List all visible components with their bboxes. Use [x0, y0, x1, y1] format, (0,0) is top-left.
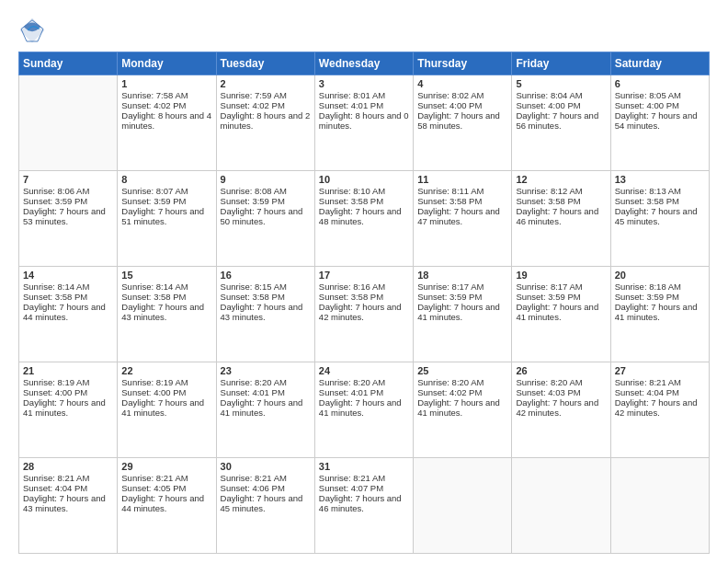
calendar-cell: 10Sunrise: 8:10 AMSunset: 3:58 PMDayligh…: [314, 171, 413, 267]
calendar-cell: 8Sunrise: 8:07 AMSunset: 3:59 PMDaylight…: [118, 171, 216, 267]
day-number: 2: [221, 78, 311, 89]
sunset-text: Sunset: 4:02 PM: [221, 100, 311, 110]
calendar-cell: 1Sunrise: 7:58 AMSunset: 4:02 PMDaylight…: [118, 75, 216, 171]
day-number: 18: [417, 270, 507, 281]
sunset-text: Sunset: 4:00 PM: [23, 387, 113, 397]
sunrise-text: Sunrise: 8:16 AM: [319, 282, 409, 292]
calendar-cell: 20Sunrise: 8:18 AMSunset: 3:59 PMDayligh…: [610, 267, 709, 362]
sunrise-text: Sunrise: 8:04 AM: [516, 90, 606, 100]
week-row-4: 28Sunrise: 8:21 AMSunset: 4:04 PMDayligh…: [19, 458, 710, 554]
sunrise-text: Sunrise: 8:07 AM: [121, 186, 211, 196]
sunrise-text: Sunrise: 8:20 AM: [221, 377, 311, 387]
week-row-2: 14Sunrise: 8:14 AMSunset: 3:58 PMDayligh…: [19, 267, 710, 362]
calendar-cell: 5Sunrise: 8:04 AMSunset: 4:00 PMDaylight…: [512, 75, 610, 171]
daylight-text: Daylight: 7 hours and 42 minutes.: [615, 397, 705, 418]
day-number: 3: [319, 78, 409, 89]
sunset-text: Sunset: 3:58 PM: [23, 292, 113, 302]
daylight-text: Daylight: 7 hours and 41 minutes.: [516, 302, 606, 322]
calendar-cell: 26Sunrise: 8:20 AMSunset: 4:03 PMDayligh…: [512, 362, 610, 458]
daylight-text: Daylight: 8 hours and 4 minutes.: [121, 110, 211, 131]
sunrise-text: Sunrise: 8:08 AM: [221, 186, 311, 196]
calendar: SundayMondayTuesdayWednesdayThursdayFrid…: [18, 52, 710, 554]
daylight-text: Daylight: 7 hours and 51 minutes.: [121, 206, 211, 226]
week-row-1: 7Sunrise: 8:06 AMSunset: 3:59 PMDaylight…: [19, 171, 710, 267]
logo-icon: [18, 17, 46, 44]
daylight-text: Daylight: 8 hours and 2 minutes.: [221, 110, 311, 131]
sunset-text: Sunset: 4:05 PM: [121, 483, 211, 493]
sunrise-text: Sunrise: 8:14 AM: [23, 282, 113, 292]
daylight-text: Daylight: 7 hours and 41 minutes.: [221, 397, 311, 418]
day-number: 12: [516, 174, 606, 185]
daylight-text: Daylight: 7 hours and 41 minutes.: [417, 302, 507, 322]
sunset-text: Sunset: 3:59 PM: [417, 292, 507, 302]
logo: [18, 17, 50, 44]
sunset-text: Sunset: 3:58 PM: [516, 196, 606, 206]
daylight-text: Daylight: 7 hours and 46 minutes.: [516, 206, 606, 226]
day-number: 5: [516, 78, 606, 89]
sunset-text: Sunset: 4:07 PM: [319, 483, 409, 493]
sunset-text: Sunset: 4:04 PM: [615, 387, 705, 397]
calendar-cell: 17Sunrise: 8:16 AMSunset: 3:58 PMDayligh…: [314, 267, 413, 362]
sunset-text: Sunset: 4:00 PM: [121, 387, 211, 397]
sunset-text: Sunset: 3:59 PM: [121, 196, 211, 206]
sunset-text: Sunset: 3:58 PM: [417, 196, 507, 206]
calendar-cell: 30Sunrise: 8:21 AMSunset: 4:06 PMDayligh…: [216, 458, 314, 554]
sunset-text: Sunset: 3:58 PM: [319, 196, 409, 206]
day-number: 14: [23, 270, 113, 281]
calendar-cell: 4Sunrise: 8:02 AMSunset: 4:00 PMDaylight…: [414, 75, 512, 171]
day-number: 15: [121, 270, 211, 281]
sunset-text: Sunset: 3:58 PM: [319, 292, 409, 302]
daylight-text: Daylight: 7 hours and 44 minutes.: [23, 302, 113, 322]
calendar-cell: 9Sunrise: 8:08 AMSunset: 3:59 PMDaylight…: [216, 171, 314, 267]
sunset-text: Sunset: 4:01 PM: [319, 100, 409, 110]
day-number: 28: [23, 461, 113, 472]
calendar-cell: 7Sunrise: 8:06 AMSunset: 3:59 PMDaylight…: [19, 171, 118, 267]
sunrise-text: Sunrise: 7:58 AM: [121, 90, 211, 100]
day-number: 4: [417, 78, 507, 89]
sunset-text: Sunset: 4:01 PM: [319, 387, 409, 397]
calendar-cell: 6Sunrise: 8:05 AMSunset: 4:00 PMDaylight…: [610, 75, 709, 171]
daylight-text: Daylight: 7 hours and 41 minutes.: [417, 397, 507, 418]
sunset-text: Sunset: 3:59 PM: [615, 292, 705, 302]
day-number: 30: [221, 461, 311, 472]
calendar-cell: 19Sunrise: 8:17 AMSunset: 3:59 PMDayligh…: [512, 267, 610, 362]
calendar-cell: 29Sunrise: 8:21 AMSunset: 4:05 PMDayligh…: [118, 458, 216, 554]
sunrise-text: Sunrise: 8:15 AM: [221, 282, 311, 292]
sunset-text: Sunset: 4:01 PM: [221, 387, 311, 397]
daylight-text: Daylight: 7 hours and 47 minutes.: [417, 206, 507, 226]
day-number: 9: [221, 174, 311, 185]
calendar-cell: [414, 458, 512, 554]
daylight-text: Daylight: 7 hours and 41 minutes.: [121, 397, 211, 418]
calendar-header-row: SundayMondayTuesdayWednesdayThursdayFrid…: [19, 52, 710, 75]
sunrise-text: Sunrise: 8:06 AM: [23, 186, 113, 196]
day-number: 25: [417, 365, 507, 376]
day-number: 10: [319, 174, 409, 185]
day-number: 16: [221, 270, 311, 281]
daylight-text: Daylight: 7 hours and 41 minutes.: [615, 302, 705, 322]
calendar-cell: 28Sunrise: 8:21 AMSunset: 4:04 PMDayligh…: [19, 458, 118, 554]
day-number: 23: [221, 365, 311, 376]
sunrise-text: Sunrise: 7:59 AM: [221, 90, 311, 100]
sunset-text: Sunset: 4:00 PM: [516, 100, 606, 110]
daylight-text: Daylight: 7 hours and 44 minutes.: [121, 493, 211, 513]
sunrise-text: Sunrise: 8:02 AM: [417, 90, 507, 100]
sunrise-text: Sunrise: 8:10 AM: [319, 186, 409, 196]
calendar-cell: 18Sunrise: 8:17 AMSunset: 3:59 PMDayligh…: [414, 267, 512, 362]
sunrise-text: Sunrise: 8:21 AM: [221, 473, 311, 483]
day-number: 27: [615, 365, 705, 376]
sunrise-text: Sunrise: 8:20 AM: [319, 377, 409, 387]
calendar-cell: 16Sunrise: 8:15 AMSunset: 3:58 PMDayligh…: [216, 267, 314, 362]
col-header-monday: Monday: [118, 52, 216, 75]
col-header-thursday: Thursday: [414, 52, 512, 75]
day-number: 22: [121, 365, 211, 376]
daylight-text: Daylight: 7 hours and 42 minutes.: [319, 302, 409, 322]
day-number: 11: [417, 174, 507, 185]
daylight-text: Daylight: 7 hours and 41 minutes.: [23, 397, 113, 418]
day-number: 24: [319, 365, 409, 376]
sunrise-text: Sunrise: 8:05 AM: [615, 90, 705, 100]
calendar-cell: 23Sunrise: 8:20 AMSunset: 4:01 PMDayligh…: [216, 362, 314, 458]
sunrise-text: Sunrise: 8:20 AM: [417, 377, 507, 387]
sunrise-text: Sunrise: 8:21 AM: [121, 473, 211, 483]
sunrise-text: Sunrise: 8:21 AM: [319, 473, 409, 483]
calendar-cell: [19, 75, 118, 171]
